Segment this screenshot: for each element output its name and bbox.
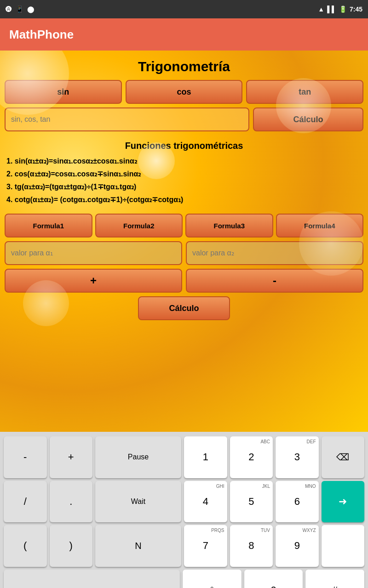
- key-8[interactable]: 8 TUV: [230, 525, 273, 567]
- alpha1-input[interactable]: [5, 241, 182, 265]
- lparen-key[interactable]: (: [4, 525, 47, 567]
- formula-4: 4. cotg(α₁±α₂)= (cotgα₁.cotgα₂∓1)÷(cotgα…: [6, 194, 362, 205]
- n-key[interactable]: N: [95, 525, 181, 567]
- key-2[interactable]: 2 ABC: [230, 436, 273, 478]
- key-7[interactable]: 7 PRQS: [184, 525, 227, 567]
- kb-row-1: - + Pause 1 2 ABC 3 DEF ⌫: [4, 436, 364, 478]
- empty-key: [322, 525, 365, 567]
- app-bar: MathPhone: [0, 18, 368, 51]
- slash-key[interactable]: /: [4, 481, 47, 523]
- key-7-main: 7: [203, 540, 208, 552]
- key-7-sub: PRQS: [211, 528, 224, 533]
- key-4-main: 4: [203, 496, 208, 508]
- notification-icon-2: 📱: [16, 6, 23, 13]
- key-5-sub: JKL: [262, 484, 270, 489]
- key-6-main: 6: [294, 496, 300, 508]
- rparen-label: ): [69, 540, 73, 552]
- formula2-button[interactable]: Formula2: [95, 214, 183, 237]
- notification-icon-1: 🅐: [6, 6, 12, 13]
- delete-icon: ⌫: [336, 452, 349, 463]
- n-label: N: [135, 541, 141, 551]
- plus-key[interactable]: +: [50, 436, 93, 478]
- key-8-main: 8: [248, 540, 254, 552]
- notification-icon-3: ⬤: [27, 6, 34, 13]
- key-5[interactable]: 5 JKL: [230, 481, 273, 523]
- status-bar: 🅐 📱 ⬤ ▲ ▌▌ 🔋 7:45: [0, 0, 368, 18]
- key-0[interactable]: 0: [244, 570, 303, 588]
- battery-icon: 🔋: [339, 6, 347, 13]
- key-9[interactable]: 9 WXYZ: [276, 525, 319, 567]
- key-1-label: 1: [203, 451, 208, 463]
- key-2-main: 2: [248, 451, 254, 463]
- app-title: MathPhone: [9, 28, 74, 42]
- formula-2: 2. cos(α₁±α₂)=cosα₁.cosα₂∓sinα₁.sinα₂: [6, 169, 362, 180]
- key-6-sub: MNO: [305, 484, 316, 489]
- keyboard-area: - + Pause 1 2 ABC 3 DEF ⌫ / . Wait 4 GHI…: [0, 432, 368, 588]
- key-6[interactable]: 6 MNO: [276, 481, 319, 523]
- bokeh-2: [276, 78, 331, 133]
- key-9-sub: WXYZ: [303, 528, 316, 533]
- kb-row-4: ⎵ * 0 #: [4, 570, 364, 588]
- enter-key[interactable]: ➜: [322, 481, 365, 523]
- key-3[interactable]: 3 DEF: [276, 436, 319, 478]
- plus-label: +: [68, 451, 74, 463]
- key-0-label: 0: [270, 584, 276, 588]
- kb-row-2: / . Wait 4 GHI 5 JKL 6 MNO ➜: [4, 481, 364, 523]
- minus-key[interactable]: -: [4, 436, 47, 478]
- formula1-button[interactable]: Formula1: [5, 214, 92, 237]
- wait-label: Wait: [131, 498, 145, 506]
- key-3-main: 3: [294, 451, 300, 463]
- star-label: *: [210, 584, 214, 588]
- bokeh-3: [138, 142, 175, 179]
- key-5-main: 5: [248, 496, 254, 508]
- key-9-main: 9: [294, 540, 300, 552]
- pause-label: Pause: [128, 453, 149, 461]
- bokeh-1: [0, 51, 69, 115]
- key-4[interactable]: 4 GHI: [184, 481, 227, 523]
- key-8-sub: TUV: [261, 528, 270, 533]
- key-4-sub: GHI: [216, 484, 224, 489]
- minus-label: -: [23, 451, 27, 463]
- signal-icon: ▌▌: [327, 6, 336, 13]
- wifi-icon: ▲: [318, 6, 324, 13]
- slash-label: /: [24, 496, 27, 508]
- enter-icon: ➜: [339, 496, 347, 508]
- section-title: Funciones trigonométricas: [6, 141, 362, 151]
- delete-key[interactable]: ⌫: [322, 436, 365, 478]
- status-right: ▲ ▌▌ 🔋 7:45: [318, 6, 362, 13]
- rparen-key[interactable]: ): [50, 525, 93, 567]
- bokeh-4: [299, 211, 363, 276]
- formula-1: 1. sin(α₁±α₂)=sinα₁.cosα₂±cosα₁.sinα₂: [6, 156, 362, 167]
- key-3-sub: DEF: [307, 439, 316, 444]
- main-content: Trigonometría sin cos tan Cálculo Funcio…: [0, 51, 368, 432]
- time-display: 7:45: [350, 6, 362, 13]
- lparen-label: (: [23, 540, 27, 552]
- hash-key[interactable]: #: [305, 570, 364, 588]
- status-left-icons: 🅐 📱 ⬤: [6, 6, 34, 13]
- bokeh-5: [23, 280, 69, 326]
- dot-key[interactable]: .: [50, 481, 93, 523]
- info-section: Funciones trigonométricas 1. sin(α₁±α₂)=…: [0, 136, 368, 210]
- hash-label: #: [332, 584, 338, 588]
- star-key[interactable]: *: [183, 570, 242, 588]
- key-1[interactable]: 1: [184, 436, 227, 478]
- kb-row-3: ( ) N 7 PRQS 8 TUV 9 WXYZ: [4, 525, 364, 567]
- space-key[interactable]: ⎵: [4, 570, 180, 588]
- cos-button[interactable]: cos: [126, 80, 243, 104]
- dot-label: .: [69, 496, 72, 508]
- space-label: ⎵: [89, 584, 95, 588]
- bottom-calculo-button[interactable]: Cálculo: [138, 296, 230, 320]
- formula3-button[interactable]: Formula3: [185, 214, 273, 237]
- key-2-sub: ABC: [260, 439, 270, 444]
- wait-key[interactable]: Wait: [95, 481, 181, 523]
- pause-key[interactable]: Pause: [95, 436, 181, 478]
- formula-3: 3. tg(α₁±α₂)=(tgα₁±tgα₂)÷(1∓tgα₁.tgα₂): [6, 181, 362, 192]
